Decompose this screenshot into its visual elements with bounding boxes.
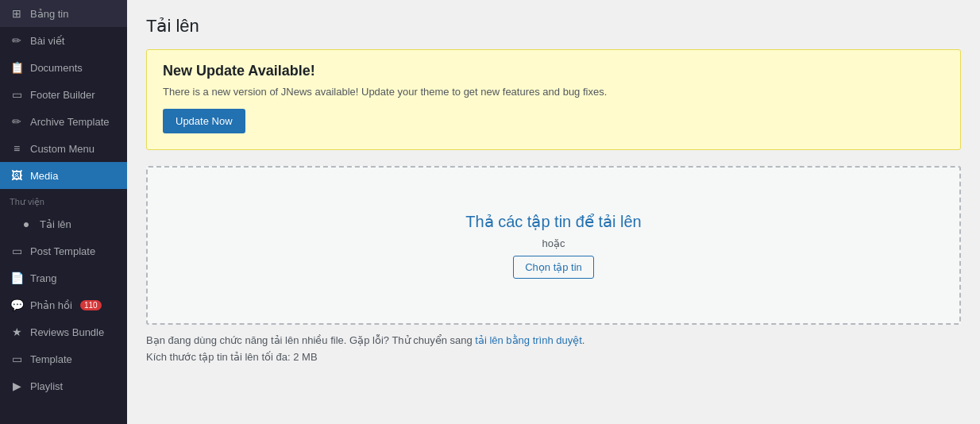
sidebar-item-bai-viet[interactable]: ✏Bài viết bbox=[0, 27, 127, 54]
sidebar-item-footer-builder[interactable]: ▭Footer Builder bbox=[0, 81, 127, 108]
tai-len-icon: ● bbox=[19, 218, 33, 230]
sidebar-label-tai-len: Tải lên bbox=[40, 218, 71, 230]
sidebar-item-media[interactable]: 🖼Media bbox=[0, 162, 127, 189]
documents-icon: 📋 bbox=[10, 61, 24, 74]
sidebar-label-reviews-bundle: Reviews Bundle bbox=[30, 326, 104, 338]
sidebar: ⊞Bảng tin✏Bài viết📋Documents▭Footer Buil… bbox=[0, 0, 127, 424]
trang-icon: 📄 bbox=[10, 272, 24, 284]
upload-dropzone[interactable]: Thả các tập tin để tải lên hoặc Chọn tập… bbox=[146, 166, 961, 325]
template-icon: ▭ bbox=[10, 353, 24, 365]
update-notice: New Update Available! There is a new ver… bbox=[146, 49, 961, 150]
sidebar-item-playlist[interactable]: ▶Playlist bbox=[0, 372, 127, 399]
update-message: There is a new version of JNews availabl… bbox=[163, 86, 944, 98]
sidebar-section-section-thu-vien: Thư viện bbox=[0, 189, 127, 210]
sidebar-item-custom-menu[interactable]: ≡Custom Menu bbox=[0, 135, 127, 162]
sidebar-item-post-template[interactable]: ▭Post Template bbox=[0, 237, 127, 264]
sidebar-item-reviews-bundle[interactable]: ★Reviews Bundle bbox=[0, 318, 127, 345]
upload-browser-link[interactable]: tải lên bằng trình duyệt bbox=[475, 334, 582, 346]
sidebar-item-trang[interactable]: 📄Trang bbox=[0, 264, 127, 291]
sidebar-item-bang-tin[interactable]: ⊞Bảng tin bbox=[0, 0, 127, 27]
sidebar-label-bang-tin: Bảng tin bbox=[30, 8, 68, 20]
sidebar-item-phan-hoi[interactable]: 💬Phản hồi110 bbox=[0, 291, 127, 318]
footer-builder-icon: ▭ bbox=[10, 88, 24, 101]
upload-info-prefix: Bạn đang dùng chức năng tải lên nhiều fi… bbox=[146, 334, 475, 346]
sidebar-label-template: Template bbox=[30, 353, 72, 365]
sidebar-label-post-template: Post Template bbox=[30, 245, 95, 257]
sidebar-item-documents[interactable]: 📋Documents bbox=[0, 54, 127, 81]
phan-hoi-icon: 💬 bbox=[10, 299, 24, 311]
upload-info-text: Bạn đang dùng chức năng tải lên nhiều fi… bbox=[146, 334, 961, 346]
update-heading: New Update Available! bbox=[163, 63, 944, 79]
choose-files-button[interactable]: Chọn tập tin bbox=[513, 256, 594, 279]
sidebar-label-trang: Trang bbox=[30, 272, 56, 284]
sidebar-label-media: Media bbox=[30, 170, 58, 182]
sidebar-label-custom-menu: Custom Menu bbox=[30, 143, 95, 155]
bai-viet-icon: ✏ bbox=[10, 34, 24, 47]
archive-template-icon: ✏ bbox=[10, 115, 24, 128]
reviews-bundle-icon: ★ bbox=[10, 326, 24, 338]
bang-tin-icon: ⊞ bbox=[10, 7, 24, 20]
sidebar-item-archive-template[interactable]: ✏Archive Template bbox=[0, 108, 127, 135]
upload-drop-text: Thả các tập tin để tải lên bbox=[465, 212, 641, 231]
post-template-icon: ▭ bbox=[10, 245, 24, 257]
sidebar-label-footer-builder: Footer Builder bbox=[30, 89, 95, 101]
update-now-button[interactable]: Update Now bbox=[163, 109, 245, 133]
sidebar-label-playlist: Playlist bbox=[30, 380, 63, 392]
upload-or-text: hoặc bbox=[542, 237, 565, 249]
main-content: Tải lên New Update Available! There is a… bbox=[127, 0, 980, 424]
page-title: Tải lên bbox=[146, 16, 961, 37]
media-icon: 🖼 bbox=[10, 169, 24, 182]
sidebar-label-archive-template: Archive Template bbox=[30, 116, 109, 128]
upload-max-size: Kích thước tập tin tải lên tối đa: 2 MB bbox=[146, 351, 961, 363]
upload-info-suffix: . bbox=[582, 334, 585, 346]
sidebar-item-tai-len[interactable]: ●Tải lên bbox=[0, 210, 127, 237]
playlist-icon: ▶ bbox=[10, 380, 24, 392]
phan-hoi-badge: 110 bbox=[80, 300, 102, 310]
sidebar-label-documents: Documents bbox=[30, 62, 83, 74]
custom-menu-icon: ≡ bbox=[10, 142, 24, 155]
sidebar-item-template[interactable]: ▭Template bbox=[0, 345, 127, 372]
sidebar-label-bai-viet: Bài viết bbox=[30, 35, 64, 47]
sidebar-label-phan-hoi: Phản hồi bbox=[30, 299, 72, 311]
